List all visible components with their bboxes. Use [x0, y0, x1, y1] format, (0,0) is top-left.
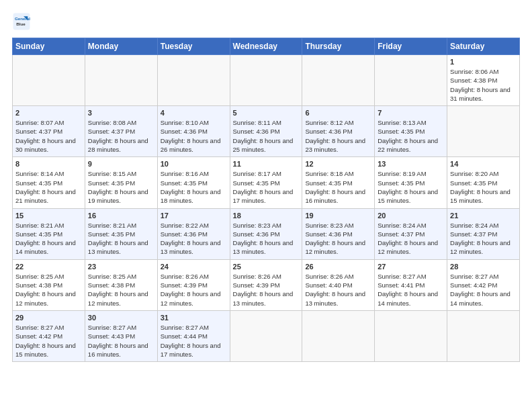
calendar-cell: 18Sunrise: 8:23 AMSunset: 4:36 PMDayligh… — [230, 208, 302, 259]
calendar-cell — [230, 310, 302, 361]
logo-icon: General Blue — [12, 12, 31, 31]
calendar-cell: 17Sunrise: 8:22 AMSunset: 4:36 PMDayligh… — [157, 208, 230, 259]
header: General Blue — [12, 12, 520, 31]
column-header-sunday: Sunday — [13, 38, 85, 55]
calendar-cell: 7Sunrise: 8:13 AMSunset: 4:35 PMDaylight… — [375, 106, 447, 157]
column-header-thursday: Thursday — [302, 38, 375, 55]
calendar-cell: 30Sunrise: 8:27 AMSunset: 4:43 PMDayligh… — [85, 310, 157, 361]
calendar-cell: 8Sunrise: 8:14 AMSunset: 4:35 PMDaylight… — [13, 157, 85, 208]
empty-cell — [13, 55, 85, 106]
calendar-cell: 21Sunrise: 8:24 AMSunset: 4:37 PMDayligh… — [447, 208, 520, 259]
calendar-cell: 16Sunrise: 8:21 AMSunset: 4:35 PMDayligh… — [85, 208, 157, 259]
svg-text:Blue: Blue — [16, 21, 26, 26]
logo: General Blue — [12, 12, 34, 31]
calendar-cell: 12Sunrise: 8:18 AMSunset: 4:35 PMDayligh… — [302, 157, 375, 208]
calendar-week-1: 1Sunrise: 8:06 AMSunset: 4:38 PMDaylight… — [13, 55, 520, 106]
calendar-cell — [375, 310, 447, 361]
svg-text:General: General — [15, 16, 30, 21]
empty-cell — [375, 55, 447, 106]
calendar-cell — [447, 310, 520, 361]
calendar-cell: 15Sunrise: 8:21 AMSunset: 4:35 PMDayligh… — [13, 208, 85, 259]
calendar-cell — [302, 310, 375, 361]
calendar-cell: 25Sunrise: 8:26 AMSunset: 4:39 PMDayligh… — [230, 259, 302, 310]
calendar-cell — [447, 106, 520, 157]
calendar-week-2: 2Sunrise: 8:07 AMSunset: 4:37 PMDaylight… — [13, 106, 520, 157]
column-header-saturday: Saturday — [447, 38, 520, 55]
empty-cell — [302, 55, 375, 106]
calendar-cell: 2Sunrise: 8:07 AMSunset: 4:37 PMDaylight… — [13, 106, 85, 157]
calendar-cell: 28Sunrise: 8:27 AMSunset: 4:42 PMDayligh… — [447, 259, 520, 310]
calendar-cell-1: 1Sunrise: 8:06 AMSunset: 4:38 PMDaylight… — [447, 55, 520, 106]
calendar-cell: 26Sunrise: 8:26 AMSunset: 4:40 PMDayligh… — [302, 259, 375, 310]
calendar-cell: 27Sunrise: 8:27 AMSunset: 4:41 PMDayligh… — [375, 259, 447, 310]
empty-cell — [85, 55, 157, 106]
empty-cell — [157, 55, 230, 106]
calendar-week-4: 15Sunrise: 8:21 AMSunset: 4:35 PMDayligh… — [13, 208, 520, 259]
calendar-cell: 23Sunrise: 8:25 AMSunset: 4:38 PMDayligh… — [85, 259, 157, 310]
calendar-cell: 6Sunrise: 8:12 AMSunset: 4:36 PMDaylight… — [302, 106, 375, 157]
calendar-header-row: SundayMondayTuesdayWednesdayThursdayFrid… — [13, 38, 520, 55]
column-header-wednesday: Wednesday — [230, 38, 302, 55]
calendar-cell: 10Sunrise: 8:16 AMSunset: 4:35 PMDayligh… — [157, 157, 230, 208]
calendar-cell: 22Sunrise: 8:25 AMSunset: 4:38 PMDayligh… — [13, 259, 85, 310]
calendar-cell: 31Sunrise: 8:27 AMSunset: 4:44 PMDayligh… — [157, 310, 230, 361]
calendar-cell: 24Sunrise: 8:26 AMSunset: 4:39 PMDayligh… — [157, 259, 230, 310]
calendar-cell: 9Sunrise: 8:15 AMSunset: 4:35 PMDaylight… — [85, 157, 157, 208]
calendar-cell: 3Sunrise: 8:08 AMSunset: 4:37 PMDaylight… — [85, 106, 157, 157]
calendar-cell: 19Sunrise: 8:23 AMSunset: 4:36 PMDayligh… — [302, 208, 375, 259]
column-header-monday: Monday — [85, 38, 157, 55]
calendar-week-6: 29Sunrise: 8:27 AMSunset: 4:42 PMDayligh… — [13, 310, 520, 361]
calendar-cell: 11Sunrise: 8:17 AMSunset: 4:35 PMDayligh… — [230, 157, 302, 208]
calendar-cell: 20Sunrise: 8:24 AMSunset: 4:37 PMDayligh… — [375, 208, 447, 259]
calendar-week-5: 22Sunrise: 8:25 AMSunset: 4:38 PMDayligh… — [13, 259, 520, 310]
calendar-cell: 4Sunrise: 8:10 AMSunset: 4:36 PMDaylight… — [157, 106, 230, 157]
calendar-cell: 14Sunrise: 8:20 AMSunset: 4:35 PMDayligh… — [447, 157, 520, 208]
calendar-week-3: 8Sunrise: 8:14 AMSunset: 4:35 PMDaylight… — [13, 157, 520, 208]
calendar-cell: 29Sunrise: 8:27 AMSunset: 4:42 PMDayligh… — [13, 310, 85, 361]
empty-cell — [230, 55, 302, 106]
column-header-friday: Friday — [375, 38, 447, 55]
calendar-cell: 5Sunrise: 8:11 AMSunset: 4:36 PMDaylight… — [230, 106, 302, 157]
calendar-table: SundayMondayTuesdayWednesdayThursdayFrid… — [12, 38, 520, 362]
column-header-tuesday: Tuesday — [157, 38, 230, 55]
page: General Blue SundayMondayTuesdayWednesda… — [0, 0, 532, 411]
calendar-cell: 13Sunrise: 8:19 AMSunset: 4:35 PMDayligh… — [375, 157, 447, 208]
